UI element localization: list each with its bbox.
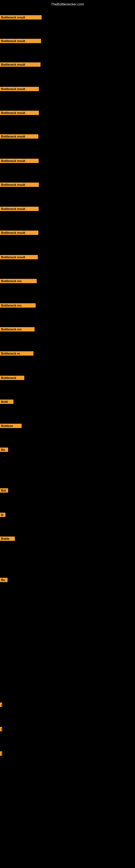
bottleneck-badge-6: Bottleneck result <box>0 134 38 138</box>
bottleneck-badge-12: Bottleneck res <box>0 279 37 283</box>
bottleneck-badge-4: Bottleneck result <box>0 87 39 91</box>
bottleneck-badge-5: Bottleneck result <box>0 111 39 115</box>
site-title: TheBottlenecker.com <box>51 2 84 6</box>
bottleneck-badge-22: Bottle <box>0 536 15 541</box>
bottleneck-badge-9: Bottleneck result <box>0 207 39 211</box>
bottleneck-badge-23: Bo <box>0 578 8 582</box>
bottleneck-badge-15: Bottleneck re <box>0 351 34 355</box>
bottleneck-badge-14: Bottleneck res <box>0 327 35 332</box>
bottleneck-badge-7: Bottleneck result <box>0 159 39 163</box>
bottleneck-badge-19: Bo <box>0 447 8 452</box>
bottleneck-badge-20: Bot <box>0 488 8 493</box>
bottleneck-badge-24: | <box>0 703 2 707</box>
bottleneck-badge-17: Bottl <box>0 400 13 404</box>
bottleneck-badge-26: | <box>0 751 2 756</box>
bottleneck-badge-25: | <box>0 727 2 731</box>
bottleneck-badge-3: Bottleneck result <box>0 62 41 67</box>
bottleneck-badge-8: Bottleneck result <box>0 183 39 187</box>
bottleneck-badge-2: Bottleneck result <box>0 39 41 43</box>
bottleneck-badge-13: Bottleneck res <box>0 303 36 308</box>
bottleneck-badge-16: Bottleneck <box>0 376 24 380</box>
bottleneck-badge-1: Bottleneck result <box>0 15 42 20</box>
bottleneck-badge-10: Bottleneck result <box>0 230 38 235</box>
bottleneck-badge-21: B <box>0 513 5 517</box>
bottleneck-badge-11: Bottleneck result <box>0 255 38 259</box>
bottleneck-badge-18: Bottlene <box>0 424 21 428</box>
